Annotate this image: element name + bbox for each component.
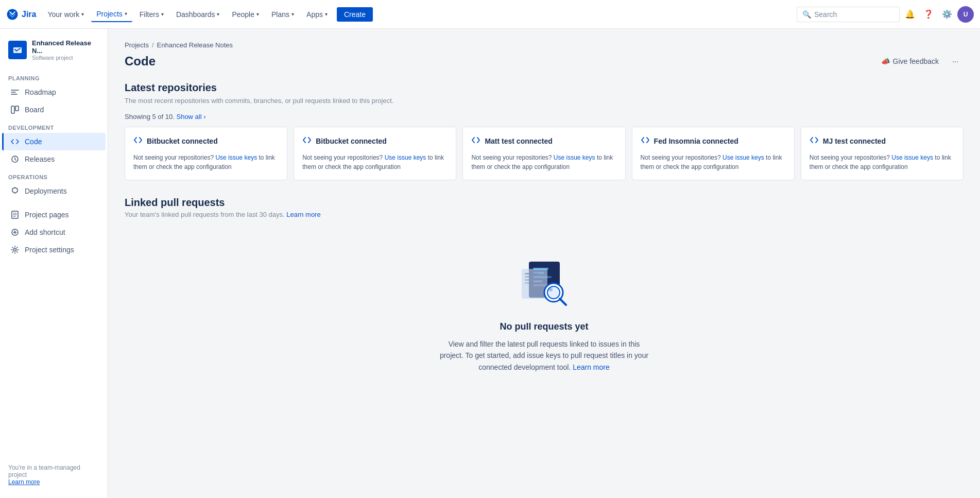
pull-requests-section: Linked pull requests Your team's linked … bbox=[125, 197, 964, 404]
repo-card-body: Not seeing your repositories? Use issue … bbox=[471, 153, 616, 171]
use-issue-keys-link[interactable]: Use issue keys bbox=[723, 154, 764, 161]
repo-card-1: Bitbucket connected Not seeing your repo… bbox=[294, 127, 456, 180]
give-feedback-button[interactable]: 📣 Give feedback bbox=[877, 55, 943, 67]
operations-section-label: OPERATIONS bbox=[0, 168, 108, 182]
code-bracket-icon bbox=[302, 135, 312, 147]
svg-rect-17 bbox=[525, 282, 535, 284]
sidebar-item-label: Roadmap bbox=[25, 88, 56, 96]
user-avatar[interactable]: U bbox=[957, 6, 974, 23]
project-type: Software project bbox=[32, 55, 99, 61]
sidebar-item-add-shortcut[interactable]: Add shortcut bbox=[2, 224, 106, 241]
sidebar-item-releases[interactable]: Releases bbox=[2, 150, 106, 168]
more-options-button[interactable]: ··· bbox=[947, 53, 964, 70]
project-name: Enhanced Release N... bbox=[32, 39, 99, 55]
jira-logo[interactable]: Jira bbox=[6, 8, 36, 21]
project-info: Enhanced Release N... Software project bbox=[32, 39, 99, 61]
sidebar-item-label: Add shortcut bbox=[25, 228, 65, 236]
sidebar-item-board[interactable]: Board bbox=[2, 101, 106, 118]
shortcut-icon bbox=[10, 228, 20, 237]
settings-icon bbox=[10, 245, 20, 254]
svg-rect-16 bbox=[525, 279, 541, 281]
sidebar-item-deployments[interactable]: Deployments bbox=[2, 182, 106, 200]
help-button[interactable]: ❓ bbox=[920, 6, 937, 23]
learn-more-link[interactable]: Learn more bbox=[8, 478, 40, 486]
releases-icon bbox=[10, 154, 20, 164]
create-button[interactable]: Create bbox=[337, 7, 373, 22]
show-all-link[interactable]: Show all › bbox=[176, 113, 205, 121]
jira-wordmark: Jira bbox=[22, 10, 36, 19]
pr-empty-title: No pull requests yet bbox=[500, 321, 588, 332]
main-content: Projects / Enhanced Release Notes Code 📣… bbox=[108, 29, 980, 498]
chevron-down-icon: ▾ bbox=[291, 11, 294, 17]
chevron-down-icon: ▾ bbox=[125, 11, 127, 16]
showing-count: Showing 5 of 10. Show all › bbox=[125, 113, 964, 121]
sidebar-item-label: Project pages bbox=[25, 211, 69, 219]
repo-card-title: Bitbucket connected bbox=[316, 137, 387, 145]
deployments-icon bbox=[10, 186, 20, 196]
repo-card-header: Fed Insomnia connected bbox=[641, 135, 786, 147]
pr-section-subtitle: Your team's linked pull requests from th… bbox=[125, 211, 964, 218]
breadcrumb-project-name[interactable]: Enhanced Release Notes bbox=[157, 41, 233, 49]
topnav-actions: 🔔 ❓ ⚙️ U bbox=[902, 6, 974, 23]
sidebar-item-label: Board bbox=[25, 106, 44, 114]
latest-repos-subtitle: The most recent repositories with commit… bbox=[125, 97, 964, 105]
settings-button[interactable]: ⚙️ bbox=[939, 6, 955, 23]
page-layout: Enhanced Release N... Software project P… bbox=[0, 29, 980, 498]
latest-repositories-section: Latest repositories The most recent repo… bbox=[125, 82, 964, 180]
sidebar-item-code[interactable]: Code bbox=[2, 133, 106, 150]
repo-card-header: MJ test connected bbox=[810, 135, 955, 147]
nav-apps[interactable]: Apps ▾ bbox=[301, 7, 333, 22]
search-icon: 🔍 bbox=[802, 10, 811, 19]
sidebar-project[interactable]: Enhanced Release N... Software project bbox=[0, 35, 108, 69]
sidebar: Enhanced Release N... Software project P… bbox=[0, 29, 108, 498]
sidebar-item-label: Code bbox=[25, 138, 42, 146]
svg-rect-15 bbox=[525, 276, 534, 278]
team-note: You're in a team-managed project bbox=[8, 464, 80, 478]
nav-plans[interactable]: Plans ▾ bbox=[266, 7, 299, 22]
breadcrumb-projects[interactable]: Projects bbox=[125, 41, 149, 49]
sidebar-item-roadmap[interactable]: Roadmap bbox=[2, 83, 106, 101]
svg-line-20 bbox=[560, 299, 566, 305]
repo-card-body: Not seeing your repositories? Use issue … bbox=[133, 153, 279, 171]
project-icon bbox=[8, 41, 27, 59]
code-bracket-icon bbox=[641, 135, 650, 147]
sidebar-item-label: Project settings bbox=[25, 246, 74, 254]
repo-card-body: Not seeing your repositories? Use issue … bbox=[641, 153, 786, 171]
repo-card-title: Matt test connected bbox=[485, 137, 552, 145]
svg-rect-14 bbox=[525, 273, 538, 274]
use-issue-keys-link[interactable]: Use issue keys bbox=[215, 154, 257, 161]
use-issue-keys-link[interactable]: Use issue keys bbox=[385, 154, 426, 161]
give-feedback-label: Give feedback bbox=[893, 57, 939, 65]
nav-projects[interactable]: Projects ▾ bbox=[91, 7, 132, 22]
code-bracket-icon bbox=[471, 135, 480, 147]
repo-card-header: Bitbucket connected bbox=[302, 135, 448, 147]
pr-learn-more-link[interactable]: Learn more bbox=[286, 211, 320, 218]
more-icon: ··· bbox=[952, 57, 958, 65]
chevron-down-icon: ▾ bbox=[81, 11, 84, 17]
page-header: Code 📣 Give feedback ··· bbox=[125, 53, 964, 70]
development-section-label: DEVELOPMENT bbox=[0, 118, 108, 133]
search-bar[interactable]: 🔍 Search bbox=[797, 7, 900, 22]
repo-card-4: MJ test connected Not seeing your reposi… bbox=[801, 127, 964, 180]
repo-card-body: Not seeing your repositories? Use issue … bbox=[810, 153, 955, 171]
use-issue-keys-link[interactable]: Use issue keys bbox=[554, 154, 595, 161]
sidebar-item-project-settings[interactable]: Project settings bbox=[2, 241, 106, 259]
roadmap-icon bbox=[10, 88, 20, 97]
svg-rect-2 bbox=[15, 106, 19, 111]
nav-people[interactable]: People ▾ bbox=[227, 7, 264, 22]
nav-your-work[interactable]: Your work ▾ bbox=[42, 7, 89, 22]
chevron-down-icon: ▾ bbox=[256, 11, 259, 17]
notifications-button[interactable]: 🔔 bbox=[902, 6, 918, 23]
megaphone-icon: 📣 bbox=[881, 57, 890, 65]
pr-empty-illustration bbox=[513, 257, 575, 309]
pr-empty-learn-more-link[interactable]: Learn more bbox=[573, 363, 610, 371]
repo-card-title: Fed Insomnia connected bbox=[654, 137, 738, 145]
nav-dashboards[interactable]: Dashboards ▾ bbox=[171, 7, 225, 22]
use-issue-keys-link[interactable]: Use issue keys bbox=[891, 154, 933, 161]
chevron-down-icon: ▾ bbox=[325, 11, 328, 17]
sidebar-bottom: You're in a team-managed project Learn m… bbox=[0, 458, 108, 492]
svg-point-6 bbox=[14, 249, 16, 251]
sidebar-item-project-pages[interactable]: Project pages bbox=[2, 206, 106, 224]
page-actions: 📣 Give feedback ··· bbox=[877, 53, 964, 70]
nav-filters[interactable]: Filters ▾ bbox=[134, 7, 169, 22]
